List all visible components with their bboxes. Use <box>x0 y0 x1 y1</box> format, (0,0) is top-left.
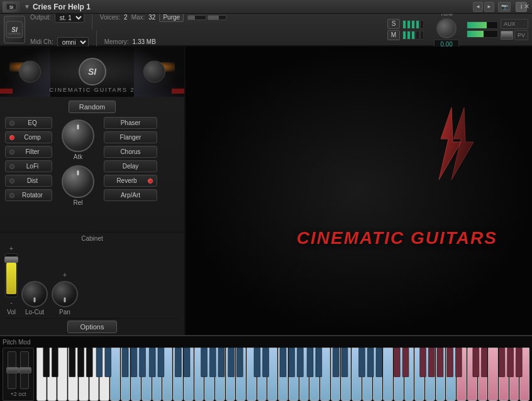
white-key-23[interactable] <box>267 348 277 401</box>
mute-button[interactable]: M <box>387 30 400 40</box>
vu-bar-l2 <box>407 31 411 40</box>
purge-button[interactable]: Purge <box>159 13 184 22</box>
vol-section: + - Vol <box>5 244 18 316</box>
white-key-14[interactable] <box>173 348 183 401</box>
aux-button[interactable]: AUX <box>501 19 528 29</box>
white-key-9[interactable] <box>121 348 131 401</box>
white-key-10[interactable] <box>131 348 141 401</box>
reverb-button[interactable]: Reverb <box>104 175 157 187</box>
white-key-40[interactable] <box>446 348 456 401</box>
white-key-16[interactable] <box>194 348 204 401</box>
lofi-button[interactable]: LoFi <box>5 160 52 172</box>
dist-button[interactable]: Dist <box>5 175 52 187</box>
white-key-36[interactable] <box>404 348 414 401</box>
white-key-45[interactable] <box>499 348 509 401</box>
red-accent-right <box>172 89 184 94</box>
arp-art-button[interactable]: Arp/Art <box>104 189 157 201</box>
camera-button[interactable]: 📷 <box>498 2 511 12</box>
center-logo: SI <box>79 58 106 85</box>
white-key-11[interactable] <box>141 348 152 401</box>
white-key-32[interactable] <box>362 348 372 401</box>
vol-fader-track[interactable] <box>5 253 18 297</box>
rotator-dot <box>9 193 14 198</box>
white-key-30[interactable] <box>341 348 351 401</box>
white-key-24[interactable] <box>278 348 288 401</box>
white-key-28[interactable] <box>320 348 330 401</box>
white-key-34[interactable] <box>383 348 393 401</box>
filter-button[interactable]: Filter <box>5 146 52 158</box>
vol-plus-button[interactable]: + <box>9 244 13 252</box>
white-key-18[interactable] <box>215 348 225 401</box>
rel-knob[interactable] <box>62 165 94 198</box>
white-key-7[interactable] <box>99 348 109 401</box>
white-key-13[interactable] <box>162 348 172 401</box>
rel-section: Rel <box>62 165 94 206</box>
car-header: SI CINEMATIC GUITARS 2 <box>0 47 184 97</box>
white-key-22[interactable] <box>257 348 267 401</box>
comp-button[interactable]: Comp <box>5 131 52 143</box>
pan-knob[interactable] <box>52 281 78 307</box>
solo-button[interactable]: S <box>387 19 400 29</box>
white-key-1[interactable] <box>36 348 47 401</box>
midi-select[interactable]: omni <box>57 37 89 47</box>
pitch-slider-2[interactable] <box>20 351 29 389</box>
white-key-47[interactable] <box>519 348 529 401</box>
white-key-20[interactable] <box>236 348 246 401</box>
phaser-button[interactable]: Phaser <box>104 117 157 129</box>
right-panel: CINEMATIC GUITARS <box>186 47 532 335</box>
white-key-26[interactable] <box>299 348 309 401</box>
white-key-17[interactable] <box>204 348 214 401</box>
white-key-42[interactable] <box>467 348 477 401</box>
options-button[interactable]: Options <box>67 321 118 333</box>
rotator-button[interactable]: Rotator <box>5 189 52 201</box>
white-key-29[interactable] <box>331 348 341 401</box>
vol-fader-handle[interactable] <box>4 256 18 263</box>
eq-dot <box>9 121 14 126</box>
car-sphere-right <box>143 61 165 83</box>
vu-bar-3 <box>411 20 415 29</box>
pitch-slider-1[interactable] <box>8 351 16 389</box>
nav-left-button[interactable]: ◄ <box>473 2 483 12</box>
close-button[interactable]: ✕ <box>524 3 529 11</box>
flanger-button[interactable]: Flanger <box>104 131 157 143</box>
white-key-19[interactable] <box>226 348 236 401</box>
white-key-46[interactable] <box>509 348 519 401</box>
eq-button[interactable]: EQ <box>5 117 52 129</box>
white-key-35[interactable] <box>394 348 404 401</box>
pitch-slider-2-handle[interactable] <box>19 367 31 373</box>
piano-section: Pitch Mod +2 oct <box>0 335 532 401</box>
white-key-3[interactable] <box>57 348 67 401</box>
white-key-21[interactable] <box>247 348 257 401</box>
white-key-6[interactable] <box>89 348 99 401</box>
white-key-2[interactable] <box>47 348 57 401</box>
pv-button[interactable]: PV <box>514 30 528 40</box>
tune-knob[interactable] <box>436 18 457 38</box>
mini-slider-1[interactable] <box>187 15 206 20</box>
vol-minus-button[interactable]: - <box>10 299 13 306</box>
white-key-12[interactable] <box>152 348 162 401</box>
white-key-41[interactable] <box>457 348 467 401</box>
pan-label: Pan <box>59 309 70 316</box>
white-key-38[interactable] <box>425 348 435 401</box>
white-key-44[interactable] <box>488 348 498 401</box>
white-key-33[interactable] <box>373 348 383 401</box>
white-key-25[interactable] <box>289 348 299 401</box>
mini-slider-2[interactable] <box>208 15 226 20</box>
lo-cut-knob[interactable] <box>21 281 48 307</box>
white-key-43[interactable] <box>478 348 488 401</box>
white-key-37[interactable] <box>414 348 424 401</box>
delay-button[interactable]: Delay <box>104 160 157 172</box>
white-key-39[interactable] <box>436 348 446 401</box>
level-fader[interactable] <box>501 31 513 40</box>
white-key-4[interactable] <box>68 348 78 401</box>
white-key-8[interactable] <box>110 348 120 401</box>
atk-knob[interactable] <box>62 119 94 152</box>
white-key-15[interactable] <box>184 348 194 401</box>
white-key-5[interactable] <box>79 348 89 401</box>
white-key-31[interactable] <box>352 348 362 401</box>
white-key-27[interactable] <box>309 348 319 401</box>
random-button[interactable]: Random <box>69 101 116 113</box>
chorus-button[interactable]: Chorus <box>104 146 157 158</box>
nav-right-button[interactable]: ► <box>484 2 494 12</box>
pitch-slider-1-handle[interactable] <box>6 367 19 373</box>
